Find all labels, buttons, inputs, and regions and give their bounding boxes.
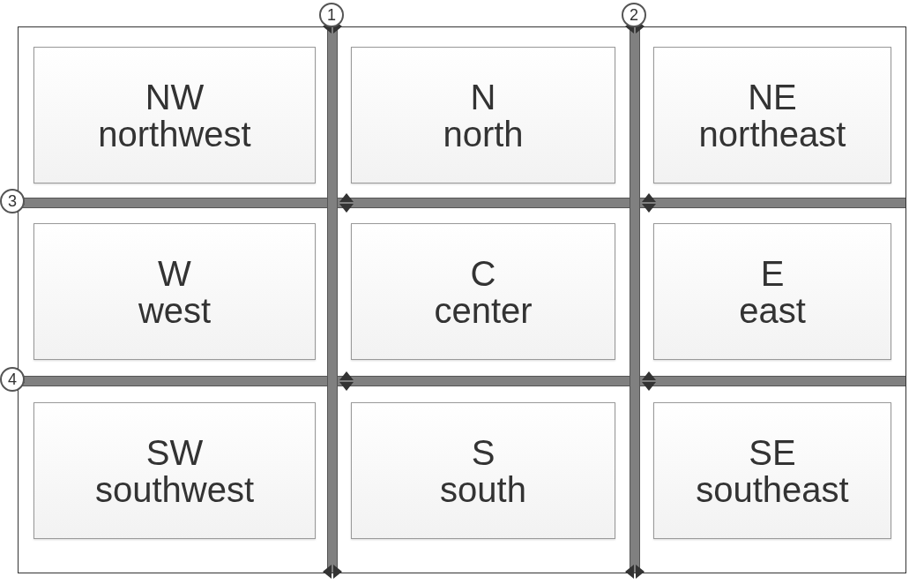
cell-n-abbr: N [471,79,496,116]
cell-c-full: center [434,292,532,329]
cell-ne: NE northeast [653,47,891,183]
cell-e-abbr: E [761,255,785,292]
cell-ne-full: northeast [699,116,846,153]
cell-sw: SW southwest [34,402,316,539]
horizontal-splitter-lower-right[interactable] [640,376,905,386]
cell-w: W west [34,223,316,360]
cell-s-full: south [440,471,526,508]
cell-w-full: west [138,292,211,329]
splitter-arrows-icon[interactable] [339,371,355,392]
cell-c-abbr: C [471,255,496,292]
marker-2: 2 [622,3,646,27]
cell-w-abbr: W [158,255,191,292]
cell-e: E east [653,223,891,360]
cell-s-abbr: S [472,434,496,471]
cell-c: C center [351,223,615,360]
marker-4: 4 [0,367,25,392]
cell-nw-abbr: NW [145,79,205,116]
cell-se-full: southeast [696,471,848,508]
splitter-arrows-icon[interactable] [624,565,645,580]
splitter-arrows-icon[interactable] [322,565,343,580]
cell-e-full: east [739,292,806,329]
diagram-stage: NW northwest N north NE northeast W west… [0,0,924,584]
cell-n-full: north [443,116,523,153]
cell-sw-abbr: SW [146,434,203,471]
vertical-splitter-1[interactable] [327,27,338,573]
marker-3: 3 [0,189,25,213]
cell-se-abbr: SE [749,434,795,471]
splitter-arrows-icon[interactable] [339,192,355,213]
outer-frame: NW northwest N north NE northeast W west… [18,26,906,573]
marker-1: 1 [319,3,344,27]
horizontal-splitter-upper-right[interactable] [640,198,905,208]
horizontal-splitter-upper-mid[interactable] [338,198,630,208]
splitter-arrows-icon[interactable] [642,371,658,392]
horizontal-splitter-3-left[interactable] [19,198,327,208]
splitter-arrows-icon[interactable] [642,192,658,213]
vertical-splitter-2[interactable] [630,27,640,573]
horizontal-splitter-lower-mid[interactable] [338,376,630,386]
cell-nw: NW northwest [34,47,316,183]
cell-nw-full: northwest [98,116,250,153]
horizontal-splitter-4-left[interactable] [19,376,327,386]
cell-n: N north [351,47,615,183]
cell-se: SE southeast [653,402,891,539]
cell-sw-full: southwest [95,471,254,508]
cell-ne-abbr: NE [748,79,797,116]
cell-s: S south [351,402,615,539]
